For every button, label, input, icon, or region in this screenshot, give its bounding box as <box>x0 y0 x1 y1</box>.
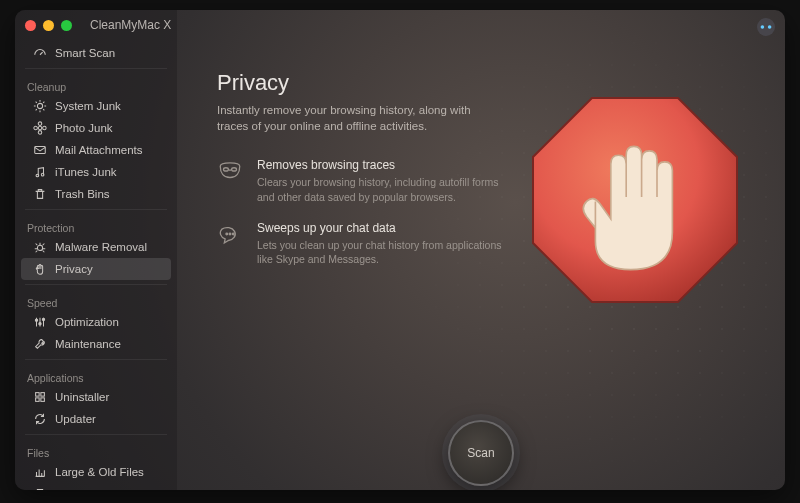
section-header-files: Files <box>15 439 177 461</box>
grid-icon <box>33 390 47 404</box>
sidebar-item-malware-removal[interactable]: Malware Removal <box>21 236 171 258</box>
svg-point-2 <box>37 103 42 108</box>
svg-point-22 <box>226 233 228 235</box>
app-window: CleanMyMac X Smart Scan Cleanup System J… <box>15 10 785 490</box>
feature-title: Sweeps up your chat data <box>257 221 517 235</box>
scan-button-label: Scan <box>467 446 494 460</box>
svg-point-3 <box>38 126 42 130</box>
divider <box>25 209 167 210</box>
sidebar-item-label: Maintenance <box>55 338 121 350</box>
sidebar-item-system-junk[interactable]: System Junk <box>21 95 171 117</box>
svg-point-21 <box>232 168 237 171</box>
sidebar-item-itunes-junk[interactable]: iTunes Junk <box>21 161 171 183</box>
flower-icon <box>33 121 47 135</box>
mask-icon <box>217 158 243 184</box>
svg-point-0 <box>761 25 765 29</box>
svg-point-10 <box>41 173 44 176</box>
sidebar-item-large-old-files[interactable]: Large & Old Files <box>21 461 171 483</box>
sidebar-item-maintenance[interactable]: Maintenance <box>21 333 171 355</box>
svg-point-23 <box>229 233 231 235</box>
feature-browsing-traces: Removes browsing traces Clears your brow… <box>217 158 517 204</box>
svg-point-12 <box>35 319 37 321</box>
svg-point-1 <box>768 25 772 29</box>
sidebar-item-updater[interactable]: Updater <box>21 408 171 430</box>
divider <box>25 284 167 285</box>
app-title: CleanMyMac X <box>90 18 171 32</box>
section-header-cleanup: Cleanup <box>15 73 177 95</box>
minimize-button[interactable] <box>43 20 54 31</box>
sidebar-item-smart-scan[interactable]: Smart Scan <box>21 42 171 64</box>
svg-point-7 <box>43 126 47 130</box>
sidebar-item-label: System Junk <box>55 100 121 112</box>
svg-rect-16 <box>41 393 45 397</box>
feature-chat-data: Sweeps up your chat data Lets you clean … <box>217 221 517 267</box>
sidebar-item-shredder[interactable]: Shredder <box>21 483 171 490</box>
svg-point-9 <box>36 174 39 177</box>
sidebar-item-label: Mail Attachments <box>55 144 143 156</box>
gauge-icon <box>33 46 47 60</box>
svg-rect-17 <box>36 398 40 402</box>
chat-icon <box>217 221 243 247</box>
sidebar-item-label: iTunes Junk <box>55 166 117 178</box>
svg-point-14 <box>42 318 44 320</box>
sidebar-item-label: Large & Old Files <box>55 466 144 478</box>
sidebar-item-label: Malware Removal <box>55 241 147 253</box>
mail-icon <box>33 143 47 157</box>
svg-point-6 <box>34 126 38 130</box>
svg-rect-8 <box>35 147 46 154</box>
trash-icon <box>33 187 47 201</box>
svg-point-20 <box>224 168 229 171</box>
scan-button[interactable]: Scan <box>448 420 514 486</box>
section-header-protection: Protection <box>15 214 177 236</box>
main-content: Privacy Instantly remove your browsing h… <box>177 10 785 490</box>
feature-desc: Clears your browsing history, including … <box>257 175 517 204</box>
sidebar-item-label: Shredder <box>55 488 102 490</box>
sidebar-item-optimization[interactable]: Optimization <box>21 311 171 333</box>
shredder-icon <box>33 487 47 490</box>
feature-title: Removes browsing traces <box>257 158 517 172</box>
sidebar-item-label: Trash Bins <box>55 188 110 200</box>
divider <box>25 434 167 435</box>
window-controls <box>25 20 72 31</box>
svg-point-24 <box>232 233 234 235</box>
refresh-icon <box>33 412 47 426</box>
svg-rect-15 <box>36 393 40 397</box>
sidebar-item-label: Photo Junk <box>55 122 113 134</box>
feature-desc: Lets you clean up your chat history from… <box>257 238 517 267</box>
sidebar-item-privacy[interactable]: Privacy <box>21 258 171 280</box>
wrench-icon <box>33 337 47 351</box>
bug-icon <box>33 240 47 254</box>
sidebar-item-mail-attachments[interactable]: Mail Attachments <box>21 139 171 161</box>
sidebar-item-label: Updater <box>55 413 96 425</box>
music-icon <box>33 165 47 179</box>
close-button[interactable] <box>25 20 36 31</box>
svg-point-13 <box>39 323 41 325</box>
gear-icon <box>33 99 47 113</box>
sidebar: Smart Scan Cleanup System Junk Photo Jun… <box>15 10 177 490</box>
divider <box>25 68 167 69</box>
sliders-icon <box>33 315 47 329</box>
divider <box>25 359 167 360</box>
sidebar-item-photo-junk[interactable]: Photo Junk <box>21 117 171 139</box>
svg-point-4 <box>38 122 42 126</box>
chart-icon <box>33 465 47 479</box>
svg-point-11 <box>37 245 42 250</box>
sidebar-item-uninstaller[interactable]: Uninstaller <box>21 386 171 408</box>
svg-point-5 <box>38 131 42 135</box>
svg-rect-18 <box>41 398 45 402</box>
hand-icon <box>33 262 47 276</box>
zoom-button[interactable] <box>61 20 72 31</box>
section-header-applications: Applications <box>15 364 177 386</box>
assistant-button[interactable] <box>757 18 775 36</box>
sidebar-item-label: Optimization <box>55 316 119 328</box>
sidebar-item-label: Uninstaller <box>55 391 109 403</box>
privacy-stop-illustration <box>515 80 755 324</box>
sidebar-item-label: Smart Scan <box>55 47 115 59</box>
page-subtitle: Instantly remove your browsing history, … <box>217 102 487 134</box>
section-header-speed: Speed <box>15 289 177 311</box>
sidebar-item-trash-bins[interactable]: Trash Bins <box>21 183 171 205</box>
sidebar-item-label: Privacy <box>55 263 93 275</box>
titlebar: CleanMyMac X <box>15 10 785 40</box>
